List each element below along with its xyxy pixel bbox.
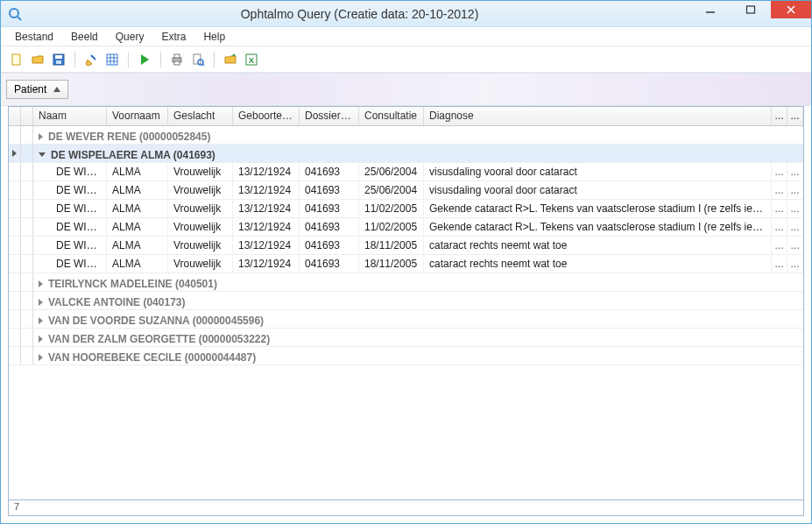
col-extra2[interactable]: ... [787,107,803,125]
row-indicator [9,163,21,181]
group-row[interactable]: TEIRLYNCK MADELEINE (040501) [9,273,803,292]
indent [33,200,51,217]
group-cell[interactable]: DE WEVER RENE (00000052845) [33,126,803,144]
group-cell[interactable]: VALCKE ANTOINE (040173) [33,292,803,309]
expand-placeholder [21,255,33,273]
chevron-right-icon[interactable] [39,354,43,361]
cell-dossier: 041693 [300,218,359,236]
group-cell[interactable]: VAN DER ZALM GEORGETTE (00000053222) [33,329,803,346]
group-cell[interactable]: VAN HOOREBEKE CECILE (00000044487) [33,347,803,365]
menu-beeld[interactable]: Beeld [62,28,107,46]
expand-toggle[interactable] [21,145,33,162]
table-row[interactable]: DE WISP...ALMAVrouwelijk13/12/1924041693… [9,200,803,218]
cell-voornaam: ALMA [107,200,168,217]
indent [33,255,51,273]
grid-icon[interactable] [103,51,121,68]
ellipsis-button[interactable]: ... [787,163,803,181]
ellipsis-button[interactable]: ... [772,163,787,181]
ellipsis-button[interactable]: ... [787,181,803,199]
menubar: Bestand Beeld Query Extra Help [1,27,811,46]
chevron-right-icon[interactable] [39,317,43,324]
minimize-button[interactable] [690,1,731,18]
export-excel-icon[interactable]: X [243,51,260,68]
group-row[interactable]: VAN DER ZALM GEORGETTE (00000053222) [9,329,803,347]
svg-marker-24 [232,53,236,56]
table-row[interactable]: DE WISP...ALMAVrouwelijk13/12/1924041693… [9,181,803,200]
maximize-button[interactable] [731,1,771,18]
col-consult[interactable]: Consultatie [359,107,424,125]
cell-geboorte: 13/12/1924 [233,237,300,254]
expand-toggle[interactable] [21,329,33,346]
ellipsis-button[interactable]: ... [787,218,803,236]
cell-voornaam: ALMA [107,255,168,273]
group-cell[interactable]: TEIRLYNCK MADELEINE (040501) [33,273,803,291]
group-cell[interactable]: DE WISPELAERE ALMA (041693) [33,145,803,162]
open-icon[interactable] [29,51,46,68]
table-row[interactable]: DE WISP...ALMAVrouwelijk13/12/1924041693… [9,163,803,181]
expand-toggle[interactable] [21,273,33,291]
table-row[interactable]: DE WISP...ALMAVrouwelijk13/12/1924041693… [9,255,803,273]
ellipsis-button[interactable]: ... [772,237,787,254]
cell-naam: DE WISP... [51,218,107,236]
indent [33,163,51,181]
chevron-right-icon[interactable] [39,299,43,306]
save-icon[interactable] [50,51,67,68]
col-geslacht[interactable]: Geslacht [168,107,233,125]
export-folder-icon[interactable] [222,51,239,68]
groupby-chip[interactable]: Patient [6,80,68,99]
chevron-down-icon[interactable] [39,152,46,157]
row-indicator [9,126,21,144]
group-row[interactable]: VALCKE ANTOINE (040173) [9,292,803,310]
row-indicator [9,255,21,273]
window-title: Ophtalmo Query (Creatie data: 20-10-2012… [29,7,690,21]
menu-extra[interactable]: Extra [152,28,194,46]
ellipsis-button[interactable]: ... [772,218,787,236]
cell-naam: DE WISP... [51,163,107,181]
expand-toggle[interactable] [21,126,33,144]
ellipsis-button[interactable]: ... [787,200,803,217]
ellipsis-button[interactable]: ... [772,181,787,199]
expand-toggle[interactable] [21,292,33,309]
menu-help[interactable]: Help [194,28,234,46]
group-row[interactable]: VAN DE VOORDE SUZANNA (00000045596) [9,310,803,329]
cell-diagnose: Gekende cataract R>L. Tekens van vaatscl… [424,200,772,217]
row-indicator [9,329,21,346]
group-row[interactable]: DE WISPELAERE ALMA (041693) [9,145,803,163]
group-label: DE WEVER RENE (00000052845) [48,131,210,143]
print-preview-icon[interactable] [189,51,207,68]
run-icon[interactable] [136,51,153,68]
expand-placeholder [21,181,33,199]
col-dossier[interactable]: Dossiernu... [300,107,359,125]
row-indicator [9,292,21,309]
table-row[interactable]: DE WISP...ALMAVrouwelijk13/12/1924041693… [9,237,803,255]
group-label: VAN HOOREBEKE CECILE (00000044487) [48,351,256,364]
chevron-right-icon[interactable] [39,336,43,343]
group-row[interactable]: DE WEVER RENE (00000052845) [9,126,803,145]
close-button[interactable] [771,1,811,18]
new-icon[interactable] [8,51,25,68]
print-icon[interactable] [168,51,186,68]
ellipsis-button[interactable]: ... [787,255,803,273]
design-icon[interactable] [82,51,100,68]
ellipsis-button[interactable]: ... [787,237,803,254]
menu-query[interactable]: Query [107,28,153,46]
col-extra1[interactable]: ... [772,107,787,125]
menu-bestand[interactable]: Bestand [6,28,62,46]
status-text: 7 [14,501,19,512]
col-geboorte[interactable]: Geboorted... [233,107,300,125]
grid-body[interactable]: DE WEVER RENE (00000052845)DE WISPELAERE… [9,126,803,499]
col-voornaam[interactable]: Voornaam [107,107,168,125]
expand-toggle[interactable] [21,310,33,328]
ellipsis-button[interactable]: ... [772,255,787,273]
col-naam[interactable]: Naam [33,107,107,125]
app-icon [8,7,22,21]
expand-toggle[interactable] [21,347,33,365]
svg-marker-17 [141,54,149,65]
ellipsis-button[interactable]: ... [772,200,787,217]
col-diagnose[interactable]: Diagnose [424,107,772,125]
table-row[interactable]: DE WISP...ALMAVrouwelijk13/12/1924041693… [9,218,803,237]
group-cell[interactable]: VAN DE VOORDE SUZANNA (00000045596) [33,310,803,328]
group-row[interactable]: VAN HOOREBEKE CECILE (00000044487) [9,347,803,365]
chevron-right-icon[interactable] [39,280,43,287]
chevron-right-icon[interactable] [39,133,43,140]
